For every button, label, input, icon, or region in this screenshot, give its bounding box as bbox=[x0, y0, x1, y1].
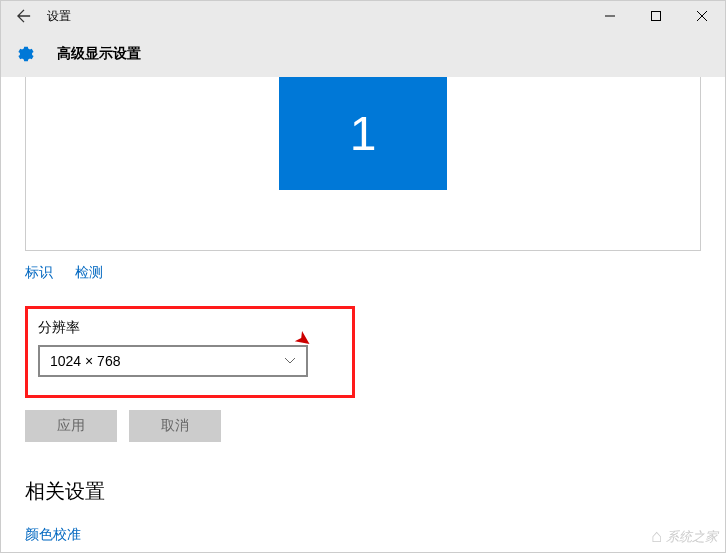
display-actions: 标识 检测 bbox=[25, 263, 701, 282]
page-header: 高级显示设置 bbox=[1, 31, 725, 77]
page-title: 高级显示设置 bbox=[57, 45, 141, 63]
minimize-icon bbox=[605, 11, 615, 21]
back-button[interactable] bbox=[9, 1, 39, 31]
identify-link[interactable]: 标识 bbox=[25, 264, 53, 280]
apply-button[interactable]: 应用 bbox=[25, 410, 117, 442]
maximize-icon bbox=[651, 11, 661, 21]
detect-link[interactable]: 检测 bbox=[75, 264, 103, 280]
resolution-label: 分辨率 bbox=[38, 319, 338, 337]
chevron-down-icon bbox=[284, 356, 296, 367]
action-buttons: 应用 取消 bbox=[25, 410, 701, 442]
watermark-text: 系统之家 bbox=[666, 528, 718, 546]
svg-rect-0 bbox=[652, 12, 661, 21]
resolution-dropdown[interactable]: 1024 × 768 bbox=[38, 345, 308, 377]
watermark-house-icon: ⌂ bbox=[651, 526, 662, 547]
color-calibration-link[interactable]: 颜色校准 bbox=[25, 526, 81, 542]
cancel-button[interactable]: 取消 bbox=[129, 410, 221, 442]
window-title: 设置 bbox=[47, 8, 71, 25]
display-preview-area: 1 bbox=[25, 77, 701, 251]
close-button[interactable] bbox=[679, 1, 725, 31]
monitor-number: 1 bbox=[350, 106, 377, 161]
maximize-button[interactable] bbox=[633, 1, 679, 31]
related-settings-heading: 相关设置 bbox=[25, 478, 701, 505]
titlebar: 设置 bbox=[1, 1, 725, 31]
monitor-thumbnail[interactable]: 1 bbox=[279, 77, 447, 190]
watermark: ⌂ 系统之家 bbox=[651, 526, 718, 547]
resolution-value: 1024 × 768 bbox=[50, 353, 120, 369]
close-icon bbox=[697, 11, 707, 21]
minimize-button[interactable] bbox=[587, 1, 633, 31]
gear-icon bbox=[15, 43, 37, 65]
resolution-section: ➤ 分辨率 1024 × 768 bbox=[25, 306, 355, 398]
back-arrow-icon bbox=[17, 9, 31, 23]
